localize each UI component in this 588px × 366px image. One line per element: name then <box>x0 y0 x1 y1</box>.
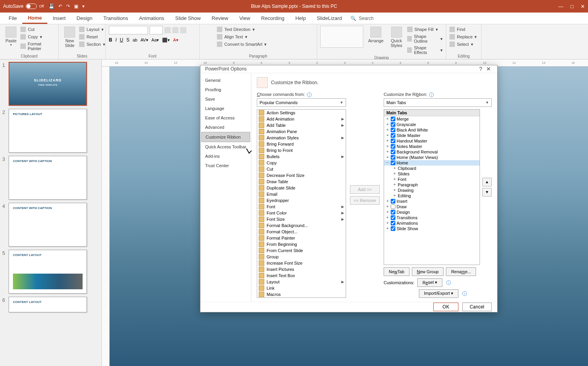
slideshow-icon[interactable]: ▣ <box>74 4 78 9</box>
expand-icon[interactable]: + <box>393 193 397 198</box>
search-box[interactable]: 🔍 Search <box>350 16 373 21</box>
help-icon[interactable]: ? <box>477 66 485 72</box>
tree-checkbox[interactable] <box>391 204 395 209</box>
qat-more-icon[interactable]: ▾ <box>82 4 85 9</box>
clear-format-icon[interactable] <box>180 27 186 33</box>
command-item[interactable]: Link <box>257 285 346 291</box>
shape-effects-button[interactable]: Shape Effects ▾ <box>407 45 443 56</box>
command-item[interactable]: From Beginning <box>257 241 346 247</box>
move-down-button[interactable]: ▼ <box>482 188 492 197</box>
redo-icon[interactable]: ↷ <box>66 4 70 9</box>
slide-thumb-4[interactable]: CONTENT WITH CAPTION <box>9 203 87 247</box>
tree-checkbox[interactable] <box>391 221 395 225</box>
tree-item[interactable]: +Black And White <box>384 127 480 133</box>
tree-item[interactable]: +Transitions <box>384 215 480 220</box>
font-family-combo[interactable] <box>109 26 148 34</box>
smartart-button[interactable]: Convert to SmartArt ▾ <box>217 41 267 48</box>
expand-icon[interactable]: + <box>386 128 390 132</box>
import-export-button[interactable]: Import/Export ▾ <box>419 289 458 298</box>
tab-view[interactable]: View <box>234 13 256 24</box>
tree-checkbox[interactable] <box>391 150 395 154</box>
info-icon[interactable]: i <box>446 280 451 285</box>
expand-icon[interactable]: + <box>386 221 390 225</box>
cancel-button[interactable]: Cancel <box>462 303 492 311</box>
expand-icon[interactable]: − <box>386 160 390 165</box>
command-item[interactable]: Animation Pane <box>257 128 346 135</box>
underline-button[interactable]: U <box>120 37 123 43</box>
tree-checkbox[interactable] <box>391 133 395 138</box>
command-item[interactable]: Draw Table <box>257 178 346 185</box>
tree-checkbox[interactable] <box>391 199 395 204</box>
slide-thumb-6[interactable]: CONTENT LAYOUT <box>9 297 87 312</box>
tree-item[interactable]: +Background Removal <box>384 149 480 155</box>
text-direction-button[interactable]: Text Direction ▾ <box>217 26 267 33</box>
remove-button[interactable]: << Remove <box>350 196 380 205</box>
shape-icon[interactable] <box>321 27 328 33</box>
tree-checkbox[interactable] <box>391 226 395 231</box>
sidebar-item-trust-center[interactable]: Trust Center <box>201 161 250 170</box>
bold-button[interactable]: B <box>109 37 112 43</box>
tab-help[interactable]: Help <box>290 13 311 24</box>
expand-icon[interactable]: + <box>386 204 390 209</box>
tab-file[interactable]: File <box>3 13 22 24</box>
tree-item[interactable]: +Font <box>384 177 480 182</box>
expand-icon[interactable]: + <box>386 215 390 220</box>
tree-item[interactable]: +Paragraph <box>384 182 480 188</box>
sidebar-item-general[interactable]: General <box>201 76 250 85</box>
expand-icon[interactable]: + <box>386 210 390 214</box>
expand-icon[interactable]: + <box>386 133 390 137</box>
info-icon[interactable]: i <box>462 291 467 296</box>
italic-button[interactable]: I <box>115 37 117 43</box>
arrange-button[interactable]: Arrange <box>366 26 386 56</box>
section-button[interactable]: Section ▾ <box>79 41 105 48</box>
sidebar-item-language[interactable]: Language <box>201 104 250 113</box>
slide-thumb-2[interactable]: PICTURES LAYOUT <box>9 109 87 153</box>
tree-item[interactable]: +Notes Master <box>384 144 480 149</box>
tree-checkbox[interactable] <box>391 210 395 215</box>
sidebar-item-ease-of-access[interactable]: Ease of Access <box>201 113 250 123</box>
command-item[interactable]: Action Settings <box>257 110 346 116</box>
command-item[interactable]: Cut <box>257 166 346 172</box>
expand-icon[interactable]: + <box>393 166 397 170</box>
commands-listbox[interactable]: Action SettingsAdd Animation▶Add Table▶A… <box>257 109 346 298</box>
shapes-gallery[interactable] <box>320 26 363 48</box>
tab-recording[interactable]: Recording <box>256 13 290 24</box>
expand-icon[interactable]: + <box>393 177 397 181</box>
tree-item[interactable]: +Design <box>384 209 480 215</box>
dialog-titlebar[interactable]: PowerPoint Options ? ✕ <box>200 65 497 73</box>
add-button[interactable]: Add >> <box>350 185 380 194</box>
command-item[interactable]: Font Size▶ <box>257 216 346 222</box>
new-group-button[interactable]: New Group <box>412 267 444 276</box>
command-item[interactable]: Copy <box>257 160 346 166</box>
expand-icon[interactable]: + <box>386 199 390 203</box>
tree-item[interactable]: +Insert <box>384 198 480 204</box>
tree-item[interactable]: −Home <box>384 160 480 166</box>
spacing-button[interactable]: AV▾ <box>141 38 148 43</box>
command-item[interactable]: Bring to Front <box>257 147 346 153</box>
slide-thumb-3[interactable]: CONTENT WITH CAPTION <box>9 156 87 200</box>
expand-icon[interactable]: + <box>393 182 397 187</box>
command-item[interactable]: Bullets▶ <box>257 153 346 160</box>
shrink-font-icon[interactable] <box>172 27 179 33</box>
command-item[interactable]: Font Color▶ <box>257 210 346 216</box>
slide-thumbnails-panel[interactable]: 1 SLIDELIZARDFREE TEMPLATE 2 PICTURES LA… <box>0 59 102 366</box>
command-item[interactable]: Animation Styles▶ <box>257 135 346 141</box>
info-icon[interactable]: i <box>307 92 312 97</box>
tree-item[interactable]: +Editing <box>384 193 480 198</box>
command-item[interactable]: Duplicate Slide <box>257 185 346 191</box>
sidebar-item-quick-access-toolbar[interactable]: Quick Access Toolbar <box>201 142 250 151</box>
command-item[interactable]: Group <box>257 254 346 260</box>
tree-checkbox[interactable] <box>391 215 395 220</box>
format-painter-button[interactable]: Format Painter <box>20 41 55 52</box>
slide-thumb-1[interactable]: SLIDELIZARDFREE TEMPLATE <box>9 62 87 106</box>
tree-item[interactable]: +Handout Master <box>384 138 480 144</box>
new-tab-button[interactable]: New Tab <box>384 267 409 276</box>
command-item[interactable]: Add Table▶ <box>257 122 346 128</box>
info-icon[interactable]: i <box>429 92 434 97</box>
expand-icon[interactable]: + <box>386 117 390 121</box>
command-item[interactable]: From Current Slide <box>257 247 346 254</box>
expand-icon[interactable]: + <box>386 139 390 143</box>
close-icon[interactable]: ✕ <box>581 4 585 9</box>
tab-design[interactable]: Design <box>71 13 98 24</box>
shape-outline-button[interactable]: Shape Outline ▾ <box>407 33 443 44</box>
